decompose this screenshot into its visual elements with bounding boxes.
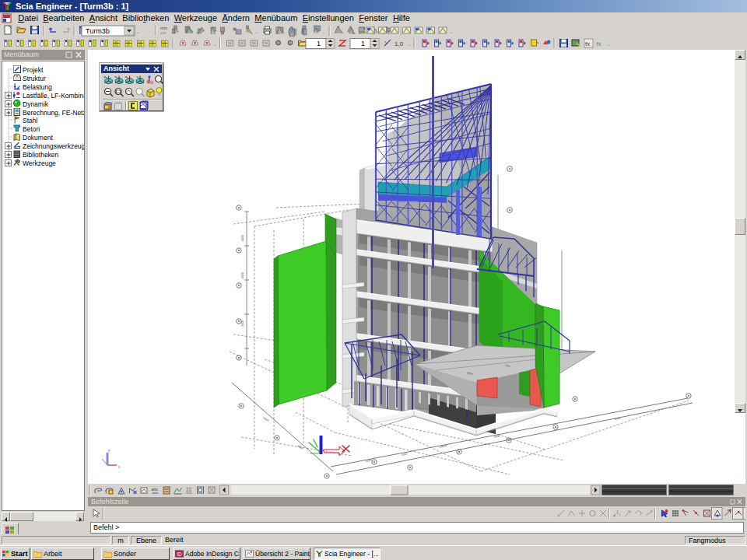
svg-text:4300: 4300: [401, 453, 407, 457]
svg-text:8000: 8000: [493, 435, 500, 439]
svg-text:Turm3b: Turm3b: [86, 27, 110, 35]
svg-text:7600: 7600: [241, 320, 244, 327]
svg-text:1: 1: [317, 40, 321, 47]
svg-text:cm: cm: [160, 30, 167, 35]
svg-text:.: .: [215, 40, 216, 47]
svg-text:1: 1: [361, 40, 365, 47]
svg-text:.: .: [323, 28, 324, 35]
svg-text:1,0: 1,0: [395, 40, 404, 47]
svg-text:z: z: [108, 449, 110, 453]
svg-text:abc: abc: [152, 487, 159, 492]
svg-text:4100: 4100: [263, 416, 270, 422]
svg-text:fx: fx: [585, 40, 590, 47]
svg-text:4300: 4300: [297, 444, 304, 450]
svg-text:x: x: [118, 465, 121, 469]
svg-text:8000: 8000: [614, 417, 620, 421]
svg-text:.: .: [451, 28, 452, 35]
svg-text:y: y: [104, 75, 106, 79]
svg-text:x: x: [114, 75, 116, 79]
svg-text:4100: 4100: [365, 459, 371, 463]
svg-text:4100: 4100: [241, 235, 244, 241]
svg-text:ID: ID: [177, 551, 182, 557]
svg-text:fx: fx: [597, 40, 601, 47]
svg-text:.: .: [608, 40, 609, 47]
svg-text:.: .: [409, 40, 410, 47]
svg-text:.: .: [137, 28, 139, 35]
svg-text:4100: 4100: [241, 272, 244, 278]
svg-text:.: .: [256, 28, 258, 35]
svg-text:18500: 18500: [439, 444, 447, 449]
svg-text:z: z: [125, 75, 127, 79]
